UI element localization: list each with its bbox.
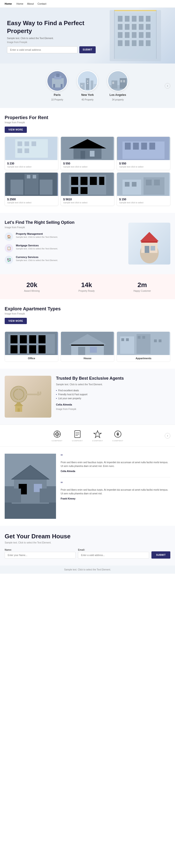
logo-label-1: COMPANY (72, 440, 83, 442)
stat-num-0: 20k (24, 281, 40, 289)
svg-rect-106 (71, 345, 104, 346)
stat-label-0: Award Winning (24, 290, 40, 292)
property-card-3[interactable]: $ 550 Sample text click to select (117, 136, 170, 170)
dream-name-group: Name: (5, 549, 76, 559)
cities-next-arrow[interactable]: › (165, 83, 170, 89)
apt-label-apartments: Appartments (117, 355, 170, 362)
property-card-5[interactable]: $ 5610 Sample text click to select (61, 173, 114, 206)
svg-rect-18 (125, 40, 129, 46)
logos-next-arrow[interactable]: › (165, 433, 170, 438)
hero-email-input[interactable] (7, 46, 77, 53)
svg-marker-86 (140, 232, 159, 241)
apt-label-office: Office (5, 355, 58, 362)
trusted-list-item-1: Friendly host & Fast support (56, 393, 170, 396)
nav-link-contact[interactable]: Contact (38, 2, 46, 5)
testimonial-item-1: " Proin sed libero enim sed faucibus tur… (61, 481, 170, 500)
dream-name-input[interactable] (5, 552, 76, 559)
feature-title-0: Property Management (16, 232, 58, 235)
property-image-5 (61, 173, 114, 196)
logo-icon-3 (113, 430, 123, 439)
svg-rect-75 (99, 177, 104, 185)
svg-rect-61 (133, 143, 139, 150)
logo-item-2[interactable]: COMPANY (92, 430, 103, 442)
trusted-left (5, 376, 51, 417)
property-card-6[interactable]: $ 150 Sample text click to select (117, 173, 170, 206)
property-card-2[interactable]: $ 550 Sample text click to select (61, 136, 114, 170)
city-name-la: Los Angeles (110, 93, 126, 97)
svg-rect-28 (56, 73, 59, 77)
trusted-list-item-2: List your own property (56, 396, 170, 400)
logo-item-0[interactable]: COMPANY (52, 430, 62, 442)
svg-rect-30 (61, 84, 62, 88)
svg-rect-83 (146, 180, 152, 185)
dream-email-label: Email: (78, 549, 149, 551)
hero-form: SUBMIT (7, 46, 96, 53)
svg-rect-38 (87, 83, 88, 84)
selling-feature-0: 🏠 Property Management Sample text. Click… (5, 232, 124, 241)
property-card-4[interactable]: $ 2500 Sample text click to select (5, 173, 58, 206)
city-item-newyork[interactable]: New York 40 Property (77, 70, 98, 101)
property-desc-3: Sample text click to select (119, 166, 168, 168)
hero-title: Easy Way to Find a Perfect Property (7, 19, 96, 35)
property-info-1: $ 230 Sample text click to select (5, 160, 58, 170)
logo-item-3[interactable]: COMPANY (112, 430, 123, 442)
logos-section: COMPANY COMPANY COMPANY CO (0, 425, 175, 447)
svg-rect-81 (125, 182, 129, 187)
testimonial-divider (61, 477, 170, 477)
svg-rect-14 (132, 32, 136, 38)
dream-name-label: Name: (5, 549, 76, 551)
city-item-paris[interactable]: Paris 10 Property (47, 70, 68, 101)
city-item-la[interactable]: Los Angeles 34 property (107, 70, 128, 101)
apt-card-house[interactable]: House (61, 332, 114, 362)
svg-rect-22 (114, 10, 156, 11)
stat-item-0: 20k Award Winning (24, 281, 40, 292)
nav-link-about[interactable]: About (27, 2, 34, 5)
svg-rect-96 (39, 335, 46, 343)
hero-sample-text: Sample text. Click to select the Text El… (7, 37, 96, 39)
nav-link-home[interactable]: Home (17, 2, 23, 5)
properties-view-more-button[interactable]: VIEW MORE (5, 127, 27, 133)
footer: Sample text. Click to select the Text El… (0, 565, 175, 574)
dream-submit-button[interactable]: SUBMIT (151, 551, 170, 559)
svg-rect-60 (125, 143, 131, 150)
explore-view-more-button[interactable]: VIEW MORE (5, 318, 27, 324)
svg-rect-13 (125, 32, 129, 38)
logo-item-1[interactable]: COMPANY (72, 430, 83, 442)
stat-item-2: 2m Happy Customer (133, 281, 151, 292)
property-price-1: $ 230 (7, 162, 56, 165)
svg-rect-112 (126, 338, 129, 341)
feature-desc-2: Sample text. Click to select the Text El… (16, 259, 58, 262)
property-desc-5: Sample text click to select (63, 202, 112, 204)
property-image-6 (117, 173, 170, 196)
dream-email-input[interactable] (78, 552, 149, 559)
navbar: Home Home About Contact (0, 0, 175, 8)
property-card-1[interactable]: $ 230 Sample text click to select (5, 136, 58, 170)
svg-rect-19 (132, 40, 136, 46)
svg-rect-57 (90, 151, 95, 157)
city-count-newyork: 40 Property (81, 98, 94, 101)
property-desc-6: Sample text click to select (119, 202, 168, 204)
selling-feature-2: 💱 Currency Services Sample text. Click t… (5, 256, 124, 264)
hero-submit-button[interactable]: SUBMIT (79, 46, 95, 53)
svg-rect-12 (118, 32, 123, 38)
trusted-desc: Sample text. Click to select the Text El… (56, 383, 170, 386)
trusted-author: Celia Almeda (56, 403, 170, 406)
property-info-5: $ 5610 Sample text click to select (61, 196, 114, 206)
property-price-5: $ 5610 (63, 198, 112, 201)
stats-section: 20k Award Winning 14k Property Ready 2m … (0, 274, 175, 299)
feature-text-mortgage: Mortgage Services Sample text. Click to … (16, 244, 58, 250)
quote-mark-0: " (61, 454, 170, 459)
dream-email-group: Email: (78, 549, 149, 559)
city-circle-la (107, 70, 128, 91)
svg-rect-29 (53, 84, 55, 88)
apt-card-office[interactable]: Office (5, 332, 58, 362)
stat-num-2: 2m (133, 281, 151, 289)
explore-title: Explore Apartment Types (5, 306, 170, 311)
selling-title: Let's Find The Right Selling Option (5, 220, 124, 225)
apt-card-apartments[interactable]: Appartments (117, 332, 170, 362)
stat-item-1: 14k Property Ready (78, 281, 95, 292)
quote-text-0: Proin sed libero enim sed faucibus turpi… (61, 461, 170, 468)
selling-feature-1: 📋 Mortgage Services Sample text. Click t… (5, 244, 124, 252)
stat-label-2: Happy Customer (133, 290, 151, 292)
nav-logo[interactable]: Home (5, 2, 12, 5)
